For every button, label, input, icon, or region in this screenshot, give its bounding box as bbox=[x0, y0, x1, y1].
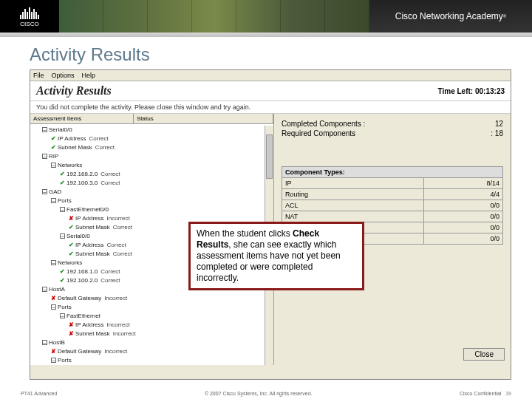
types-score: 0/0 bbox=[423, 200, 502, 211]
types-header: Component Types: bbox=[282, 167, 503, 178]
types-name: Routing bbox=[282, 189, 424, 200]
types-name: ACL bbox=[282, 200, 424, 211]
footer-mid: © 2007 Cisco Systems, Inc. All rights re… bbox=[205, 391, 313, 396]
tree-columns: Assessment Items Status bbox=[30, 114, 273, 124]
types-score: 0/0 bbox=[423, 222, 502, 233]
types-score: 4/4 bbox=[423, 189, 502, 200]
time-left: Time Left: 00:13:23 bbox=[438, 87, 505, 95]
banner-people bbox=[59, 0, 369, 33]
types-row: IP8/14 bbox=[282, 178, 503, 189]
callout-box: When the student clicks Check Results, s… bbox=[188, 222, 364, 290]
window-heading: Activity Results bbox=[36, 84, 112, 98]
menu-options[interactable]: Options bbox=[52, 72, 75, 79]
col-status: Status bbox=[134, 114, 273, 123]
page-number: 39 bbox=[505, 391, 511, 396]
footer-right: Cisco Confidential bbox=[460, 391, 501, 396]
title-row: Activity Results Time Left: 00:13:23 bbox=[30, 81, 511, 101]
slide-footer: PT41 Advanced © 2007 Cisco Systems, Inc.… bbox=[0, 391, 532, 396]
types-row: NAT0/0 bbox=[282, 211, 503, 222]
types-row: ACL0/0 bbox=[282, 200, 503, 211]
cisco-logo: CISCO bbox=[0, 0, 59, 33]
col-items: Assessment Items bbox=[30, 114, 134, 123]
cisco-bars-icon bbox=[20, 6, 39, 19]
types-score: 0/0 bbox=[423, 233, 502, 245]
banner-brand: Cisco Networking Academy® bbox=[369, 0, 532, 33]
types-score: 0/0 bbox=[423, 211, 502, 222]
cisco-text: CISCO bbox=[20, 21, 38, 27]
menu-file[interactable]: File bbox=[33, 72, 44, 79]
footer-left: PT41 Advanced bbox=[21, 391, 57, 396]
menubar: File Options Help bbox=[30, 70, 511, 81]
completed-value: 12 bbox=[495, 120, 503, 128]
required-label: Required Components bbox=[282, 129, 355, 137]
required-value: : 18 bbox=[491, 129, 503, 137]
info-line: You did not complete the activity. Pleas… bbox=[30, 101, 511, 114]
types-name: IP bbox=[282, 178, 424, 189]
banner: CISCO Cisco Networking Academy® bbox=[0, 0, 532, 33]
completed-label: Completed Components : bbox=[282, 120, 365, 128]
types-row: Routing4/4 bbox=[282, 189, 503, 200]
slide-title: Activity Results bbox=[30, 44, 511, 65]
types-name: NAT bbox=[282, 211, 424, 222]
close-button[interactable]: Close bbox=[463, 348, 505, 361]
types-score: 8/14 bbox=[423, 178, 502, 189]
menu-help[interactable]: Help bbox=[82, 72, 96, 79]
